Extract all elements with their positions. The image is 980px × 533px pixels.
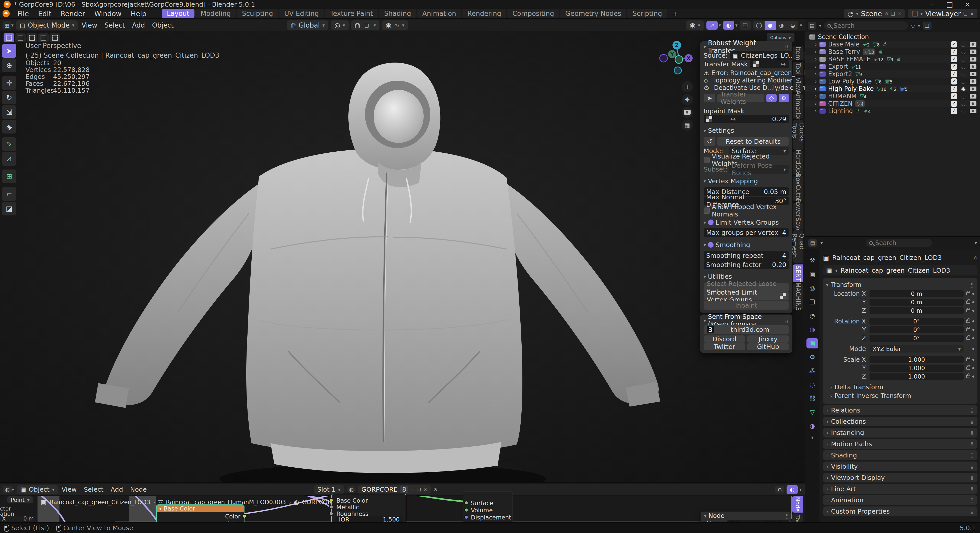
material-name-field[interactable]: GORPCORE 8 ⛉ ❏ ×	[358, 485, 431, 494]
twitter-button[interactable]: Twitter	[703, 343, 745, 350]
animate-dot[interactable]	[972, 359, 974, 361]
reset-to-defaults-button[interactable]: Reset to Defaults	[718, 137, 789, 146]
max-groups-slider[interactable]: Max groups per vertex4	[703, 228, 789, 237]
node-name-field[interactable]: ❏Principled BSDF	[727, 520, 789, 522]
tab-world[interactable]: ◍	[807, 325, 818, 335]
tool-measure[interactable]: ⊿	[2, 152, 16, 165]
blender-menu-icon[interactable]	[3, 10, 10, 17]
expand-icon[interactable]: ›	[812, 78, 819, 85]
pivot-point-selector[interactable]: ◎▾	[331, 21, 348, 30]
base-color-node[interactable]: ▾Base Color Color Alpha	[156, 504, 245, 522]
workspace-tab-shading[interactable]: Shading	[379, 9, 416, 18]
checkbox[interactable]	[951, 49, 957, 55]
displacement-input-socket[interactable]	[464, 515, 468, 519]
location-x-field[interactable]: 0 m	[870, 290, 964, 298]
sidebar-tab-ducks-tools[interactable]: Ducks Tools	[793, 120, 803, 150]
lock-icon[interactable]	[966, 358, 970, 361]
collection-name[interactable]: Base Terry	[828, 48, 860, 56]
collection-name[interactable]: Export	[828, 63, 848, 70]
rotation-x-field[interactable]: 0°	[870, 318, 964, 325]
node-menu-select[interactable]: Select	[80, 486, 107, 493]
sidebar-tab-hardops[interactable]: HardOps	[793, 151, 803, 175]
scale-y-field[interactable]: 1.000	[870, 364, 964, 372]
properties-search[interactable]: Search	[865, 239, 932, 247]
tab-particles[interactable]: ⁂	[807, 366, 818, 376]
node-menu-node[interactable]: Node	[127, 486, 150, 493]
checkbox[interactable]	[951, 78, 957, 84]
unlink-scene-icon[interactable]: ×	[897, 11, 901, 16]
snap-controls[interactable]: ▢▾	[351, 21, 380, 30]
checkbox[interactable]	[951, 100, 957, 107]
workspace-tab-texture-paint[interactable]: Texture Paint	[325, 9, 378, 18]
node-panel-title[interactable]: Node	[708, 512, 724, 519]
workspace-tab-scripting[interactable]: Scripting	[627, 9, 667, 18]
smoothing-header[interactable]: Smoothing	[716, 241, 750, 249]
camera-icon[interactable]	[970, 49, 977, 54]
delta-transform-header[interactable]: Delta Transform	[835, 383, 883, 391]
eye-icon[interactable]: ◡	[960, 64, 967, 70]
camera-icon[interactable]	[970, 109, 977, 113]
tool-add-cube[interactable]: ⊞	[2, 170, 16, 183]
transfer-weights-button[interactable]: Transfer Weights	[718, 94, 764, 102]
camera-icon[interactable]	[970, 79, 977, 84]
checkbox[interactable]	[951, 56, 957, 62]
magnet-icon[interactable]	[355, 23, 360, 27]
pin-id-icon[interactable]: ⊙	[974, 255, 977, 260]
rotation-mode-dropdown[interactable]: XYZ Euler▾	[870, 345, 964, 353]
section-instancing[interactable]: ›Instancing⣿	[823, 428, 977, 438]
sidebar-tab-tool[interactable]: Tool	[793, 62, 803, 76]
rotation-z-field[interactable]: 0°	[870, 335, 964, 342]
checkbox[interactable]	[951, 71, 957, 77]
tab-object-data[interactable]: ▽	[807, 407, 818, 417]
drag-handle-icon[interactable]: ⣿	[785, 44, 789, 49]
scene-selector[interactable]: ◔▾ Scene ⊙ ❏ ×	[844, 9, 905, 18]
camera-icon[interactable]	[970, 42, 977, 47]
expand-icon[interactable]: ›	[812, 70, 819, 78]
tool-boxcutter[interactable]: ◪	[2, 202, 16, 215]
workspace-tab-uv-editing[interactable]: UV Editing	[279, 9, 324, 18]
pin-icon[interactable]: ⊙	[885, 11, 888, 16]
smoothing-toggle[interactable]	[708, 242, 714, 248]
new-collection-button[interactable]: ❏	[923, 22, 932, 30]
animate-dot[interactable]	[972, 320, 974, 322]
smoothing-repeat-slider[interactable]: Smoothing repeat4	[703, 251, 789, 260]
cursor-pick-icon[interactable]: ➤	[703, 94, 715, 102]
maximize-button[interactable]: □	[941, 0, 959, 9]
object-name-field[interactable]: ▣▾ Raincoat_cap_green_Citizen_LOD3	[823, 265, 977, 275]
location-z-field[interactable]: 0 m	[870, 307, 964, 314]
viewport-menu-object[interactable]: Object	[148, 21, 177, 29]
animate-dot[interactable]	[972, 329, 974, 331]
node-menu-add[interactable]: Add	[107, 486, 127, 493]
visualize-checkbox[interactable]	[703, 157, 710, 163]
collection-name[interactable]: Lighting	[828, 107, 853, 115]
minimize-button[interactable]: –	[923, 0, 941, 9]
expand-icon[interactable]: ›	[812, 48, 819, 56]
roughness-input-socket[interactable]	[329, 512, 333, 515]
rotation-y-field[interactable]: 0°	[870, 326, 964, 333]
outliner-row-lighting[interactable]: › Lighting + ✶4 ◡	[805, 107, 980, 115]
sidebar-tab-powersave[interactable]: PowerSave	[793, 203, 803, 229]
jinxxy-button[interactable]: Jinxxy	[747, 336, 789, 342]
unlink-material-icon[interactable]: ×	[423, 487, 427, 492]
tool-move[interactable]: ✛	[2, 76, 16, 90]
x-field[interactable]: X0 m	[0, 515, 36, 522]
animate-dot[interactable]	[972, 310, 974, 312]
new-viewlayer-icon[interactable]: ❏	[963, 11, 967, 16]
sidebar-tab-animation[interactable]: Animation	[793, 94, 803, 118]
editor-type-icon[interactable]: ▦	[3, 21, 11, 29]
principled-bsdf-node[interactable]: Base Color Metallic Roughness IOR1.500 A…	[331, 494, 406, 522]
node-menu-view[interactable]: View	[58, 486, 80, 493]
animate-dot[interactable]	[972, 375, 974, 377]
lock-icon[interactable]	[966, 375, 970, 378]
reset-icon[interactable]: ↺	[703, 137, 715, 146]
camera-icon[interactable]	[970, 94, 977, 99]
tool-fillet[interactable]: ⌐	[2, 187, 16, 201]
transfer-mask-field[interactable]: ↔	[750, 60, 789, 68]
tab-output[interactable]: ⎙	[807, 283, 818, 293]
breadcrumb-object[interactable]: Raincoat_cap_green_Citizen_LOD3	[832, 254, 942, 261]
scale-x-field[interactable]: 1.000	[870, 356, 964, 363]
allow-flipped-label[interactable]: Allow Flipped Vertex Normals	[712, 203, 789, 218]
workspace-tab-geometry-nodes[interactable]: Geometry Nodes	[560, 9, 626, 18]
lock-icon[interactable]	[966, 309, 970, 312]
material-slot-selector[interactable]: Slot 1▾	[313, 485, 344, 494]
